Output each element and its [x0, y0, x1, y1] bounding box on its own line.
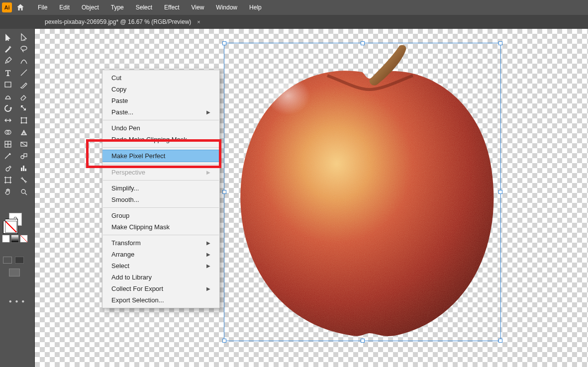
tool-artboard[interactable]	[0, 174, 16, 186]
screen-mode-alt-icon[interactable]	[15, 257, 24, 264]
selection-bounding-box[interactable]	[224, 43, 501, 341]
tool-rectangle[interactable]	[0, 79, 16, 91]
tool-symbol-sprayer[interactable]	[0, 162, 16, 174]
document-tab[interactable]: pexels-pixabay-206959.jpg* @ 16.67 % (RG…	[40, 16, 205, 27]
ctx-group[interactable]: Group	[102, 210, 219, 221]
tool-pen[interactable]	[0, 55, 16, 67]
tool-direct-selection[interactable]	[16, 31, 32, 43]
menu-effect[interactable]: Effect	[158, 1, 185, 14]
chevron-right-icon: ▶	[206, 262, 210, 270]
ctx-perspective: Perspective▶	[102, 167, 219, 178]
tool-gradient[interactable]	[16, 138, 32, 150]
tool-scale[interactable]	[16, 102, 32, 114]
chevron-right-icon: ▶	[206, 239, 210, 247]
resize-handle-tm[interactable]	[361, 41, 365, 45]
menu-help[interactable]: Help	[243, 1, 268, 14]
stroke-swatch[interactable]	[3, 219, 18, 234]
ctx-smooth[interactable]: Smooth...	[102, 194, 219, 205]
ctx-transform[interactable]: Transform▶	[102, 237, 219, 249]
ctx-undo[interactable]: Undo Pen	[102, 122, 219, 134]
tool-eraser[interactable]	[16, 91, 32, 102]
svg-point-13	[21, 189, 25, 193]
menu-window[interactable]: Window	[210, 1, 243, 14]
home-icon[interactable]	[16, 3, 25, 12]
menu-view[interactable]: View	[186, 1, 210, 14]
menu-type[interactable]: Type	[105, 1, 130, 14]
tool-perspective-grid[interactable]	[16, 126, 32, 138]
tool-mesh[interactable]	[0, 138, 16, 150]
tool-zoom[interactable]	[16, 186, 32, 198]
none-mode-swatch[interactable]	[20, 235, 28, 243]
svg-point-5	[26, 122, 27, 124]
menu-separator	[103, 120, 219, 120]
ctx-paste-submenu[interactable]: Paste...▶	[102, 106, 219, 118]
color-mode-swatch[interactable]	[2, 235, 10, 243]
svg-rect-1	[21, 118, 26, 123]
ctx-cut[interactable]: Cut	[102, 72, 219, 84]
menu-separator	[103, 235, 219, 235]
tool-rotate[interactable]	[0, 102, 16, 114]
svg-rect-0	[5, 82, 11, 87]
app-logo: Ai	[2, 2, 12, 12]
resize-handle-tr[interactable]	[498, 41, 502, 45]
tool-paintbrush[interactable]	[16, 79, 32, 91]
ctx-make-pixel-perfect[interactable]: Make Pixel Perfect	[102, 150, 219, 162]
menu-separator	[103, 164, 219, 165]
ctx-collect-for-export[interactable]: Collect For Export▶	[102, 283, 219, 294]
svg-point-3	[26, 117, 27, 119]
menu-separator	[103, 207, 219, 208]
ctx-redo[interactable]: Redo Make Clipping Mask	[102, 134, 219, 145]
tool-curvature-pen[interactable]	[16, 55, 32, 67]
tool-line[interactable]	[16, 67, 32, 79]
resize-handle-ml[interactable]	[222, 190, 226, 194]
tools-panel: ? ● ● ●	[0, 29, 35, 367]
menu-file[interactable]: File	[32, 1, 53, 14]
menu-separator	[103, 180, 219, 181]
menu-separator	[103, 147, 219, 148]
resize-handle-br[interactable]	[498, 339, 502, 343]
document-tabbar: pexels-pixabay-206959.jpg* @ 16.67 % (RG…	[0, 15, 588, 29]
tool-lasso[interactable]	[16, 43, 32, 55]
ctx-simplify[interactable]: Simplify...	[102, 183, 219, 194]
ctx-export-selection[interactable]: Export Selection...	[102, 294, 219, 306]
ctx-copy[interactable]: Copy	[102, 84, 219, 95]
gradient-mode-swatch[interactable]	[11, 235, 19, 243]
chevron-right-icon: ▶	[206, 250, 210, 259]
svg-rect-12	[5, 178, 10, 183]
tool-blend[interactable]	[16, 150, 32, 162]
tool-type[interactable]	[0, 67, 16, 79]
context-menu: Cut Copy Paste Paste...▶ Undo Pen Redo M…	[102, 70, 220, 308]
ctx-add-to-library[interactable]: Add to Library	[102, 272, 219, 283]
canvas[interactable]: Cut Copy Paste Paste...▶ Undo Pen Redo M…	[35, 29, 588, 367]
tool-shape-builder[interactable]	[0, 126, 16, 138]
ctx-paste[interactable]: Paste	[102, 95, 219, 106]
tool-width[interactable]	[0, 114, 16, 126]
tool-shaper[interactable]	[0, 91, 16, 102]
resize-handle-bl[interactable]	[222, 339, 226, 343]
chevron-right-icon: ▶	[206, 108, 210, 116]
chevron-right-icon: ▶	[206, 284, 210, 293]
svg-point-10	[21, 156, 24, 159]
fill-stroke-swatches[interactable]: ?	[2, 216, 28, 243]
tool-hand[interactable]	[0, 186, 16, 198]
chevron-right-icon: ▶	[206, 168, 210, 177]
tool-eyedropper[interactable]	[0, 150, 16, 162]
menu-edit[interactable]: Edit	[53, 1, 76, 14]
drawing-mode-icon[interactable]	[9, 269, 20, 276]
tool-free-transform[interactable]	[16, 114, 32, 126]
resize-handle-bm[interactable]	[361, 339, 365, 343]
menu-select[interactable]: Select	[130, 1, 158, 14]
resize-handle-mr[interactable]	[498, 190, 502, 194]
tool-magic-wand[interactable]	[0, 43, 16, 55]
resize-handle-tl[interactable]	[222, 41, 226, 45]
ctx-arrange[interactable]: Arrange▶	[102, 249, 219, 260]
screen-mode-icon[interactable]	[3, 257, 12, 264]
menu-object[interactable]: Object	[76, 1, 105, 14]
ctx-select[interactable]: Select▶	[102, 260, 219, 272]
edit-toolbar-icon[interactable]: ● ● ●	[0, 298, 34, 304]
ctx-make-clipping-mask[interactable]: Make Clipping Mask	[102, 221, 219, 233]
tool-selection[interactable]	[0, 31, 16, 43]
tool-column-graph[interactable]	[16, 162, 32, 174]
tool-slice[interactable]	[16, 174, 32, 186]
close-icon[interactable]: ×	[197, 19, 200, 25]
